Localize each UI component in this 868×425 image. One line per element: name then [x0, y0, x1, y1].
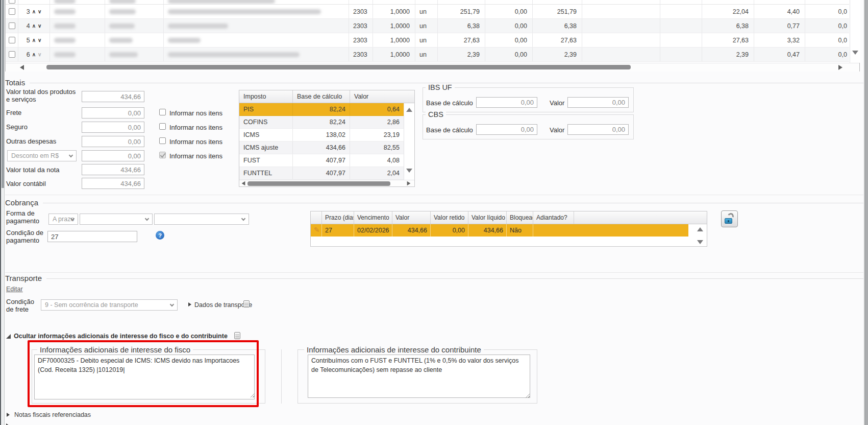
ocultar-adicionais-toggle[interactable]: Ocultar informações adicionais de intere… [14, 333, 228, 340]
scrollbar-thumb[interactable] [46, 65, 631, 69]
contribuinte-textarea[interactable]: Contribuímos com o FUST e FUNTTEL (1% e … [308, 355, 530, 398]
imposto-row[interactable]: FUST 407,97 4,08 [239, 154, 414, 167]
collapse-icon[interactable] [6, 334, 11, 339]
table-row[interactable]: 3∧∨ 2303 1,0000 un 251,79 0,00 251,79 22… [6, 5, 849, 19]
informar-itens-checkbox[interactable] [159, 109, 166, 115]
cell-base: 434,66 [293, 141, 350, 154]
left-scrollbar-thumb[interactable] [2, 0, 4, 188]
impostos-vertical-scrollbar[interactable] [404, 103, 414, 180]
cell-valor: 0,0 [805, 5, 849, 18]
items-vertical-scrollbar[interactable] [850, 0, 860, 63]
move-up-icon[interactable]: ∧ [32, 38, 36, 43]
notas-referenciadas-toggle[interactable]: Notas fiscais referenciadas [14, 411, 91, 418]
impostos-horizontal-scrollbar[interactable] [239, 180, 414, 186]
cbs-base-input[interactable] [476, 124, 537, 135]
row-checkbox[interactable] [9, 8, 15, 15]
imposto-row[interactable]: ICMS ajuste 434,66 82,55 [239, 141, 414, 154]
column-header[interactable]: Imposto [239, 90, 293, 103]
cell-valor: 251,79 [438, 5, 485, 18]
content-right-edge [863, 0, 864, 425]
move-up-icon[interactable]: ∧ [32, 23, 36, 29]
forma-pagamento-select[interactable]: A prazo [48, 214, 78, 225]
cell-valor: 251,79 [533, 5, 582, 18]
valor-total-nota-input[interactable] [82, 164, 144, 175]
ibs-base-input[interactable] [476, 97, 537, 108]
frete-input[interactable] [82, 107, 144, 119]
scroll-up-icon[interactable] [697, 227, 703, 231]
imposto-row[interactable]: ICMS 138,02 23,19 [239, 129, 414, 141]
form-icon[interactable] [234, 332, 240, 339]
field-label: Valor [550, 99, 564, 107]
condicao-pagamento-input[interactable] [47, 231, 137, 242]
forma-pagamento-select-2[interactable] [80, 214, 153, 225]
table-row[interactable]: 5∧∨ 2303 1,0000 un 27,63 0,00 27,63 27,6… [6, 33, 849, 48]
parcela-row-selected[interactable]: ✎ 27 02/02/2026 434,66 0,00 434,66 Não [311, 224, 688, 237]
unlock-button[interactable] [721, 210, 738, 227]
desconto-input[interactable] [82, 150, 144, 161]
window-vertical-scrollbar[interactable] [864, 0, 868, 425]
column-header[interactable]: Adiantado? [533, 211, 574, 224]
imposto-row[interactable]: COFINS 82,24 2,86 [239, 116, 414, 129]
scrollbar-thumb[interactable] [247, 181, 390, 186]
desconto-select[interactable]: Desconto em R$ [7, 150, 77, 161]
form-icon[interactable] [243, 300, 250, 308]
move-up-icon[interactable]: ∧ [32, 52, 36, 57]
column-header[interactable]: Valor retido [431, 211, 468, 224]
ibs-valor-input[interactable] [567, 97, 629, 108]
help-icon[interactable]: ? [156, 231, 164, 240]
informar-itens-checkbox[interactable] [159, 123, 166, 130]
scroll-down-icon[interactable] [406, 169, 412, 173]
cbs-valor-input[interactable] [567, 124, 629, 135]
chevron-down-icon [170, 302, 174, 306]
valor-contabil-input[interactable] [82, 178, 144, 189]
column-header[interactable]: Vencimento [354, 211, 392, 224]
imposto-row[interactable]: FUNTTEL 407,97 2,04 [239, 167, 414, 180]
row-checkbox[interactable] [9, 0, 15, 4]
items-horizontal-scrollbar[interactable] [6, 63, 859, 72]
cell-adiantado [533, 224, 574, 237]
move-down-icon[interactable]: ∨ [38, 38, 41, 43]
cell-valor: 2,04 [350, 167, 404, 179]
informar-itens-checkbox[interactable] [159, 152, 166, 158]
seguro-input[interactable] [82, 122, 144, 133]
cell-valor: 23,19 [350, 129, 404, 141]
informar-itens-checkbox[interactable] [159, 137, 166, 144]
move-down-icon[interactable]: ∨ [38, 9, 41, 14]
transporte-divider [5, 278, 863, 279]
valor-total-produtos-input[interactable] [82, 91, 144, 102]
move-up-icon[interactable]: ∧ [32, 9, 36, 14]
forma-pagamento-select-3[interactable] [154, 214, 249, 225]
editar-link[interactable]: Editar [6, 286, 23, 293]
scroll-left-icon[interactable] [242, 181, 245, 186]
scroll-right-icon[interactable] [838, 65, 842, 70]
cell-valor: 27,63 [533, 33, 582, 47]
column-header[interactable]: Prazo (dias) [322, 211, 354, 224]
cell-imposto: ICMS ajuste [239, 141, 293, 154]
column-header[interactable]: Valor [350, 90, 404, 103]
edit-pencil-icon[interactable]: ✎ [314, 226, 320, 234]
expand-right-icon[interactable] [7, 413, 10, 417]
column-header[interactable]: Valor líquido [468, 211, 507, 224]
table-row[interactable]: 4∧∨ 2303 1,0000 un 6,38 0,00 6,38 6,38 0… [6, 19, 849, 33]
row-checkbox[interactable] [9, 51, 15, 58]
imposto-row-selected[interactable]: PIS 82,24 0,64 [239, 103, 414, 116]
table-row[interactable]: 6∧∨ 2303 1,0000 un 2,39 0,00 2,39 2,39 0… [6, 48, 849, 62]
expand-right-icon[interactable] [188, 302, 191, 306]
cell-valor: 0,00 [485, 19, 533, 33]
redacted-text [54, 38, 76, 43]
scroll-left-icon[interactable] [20, 65, 24, 70]
condicao-frete-select[interactable]: 9 - Sem ocorrência de transporte [41, 299, 178, 311]
column-header[interactable]: Base de cálculo [293, 90, 350, 103]
fisco-textarea[interactable]: DF70000325 - Debito especial de ICMS: IC… [34, 355, 255, 399]
scroll-down-icon[interactable] [697, 240, 703, 244]
row-checkbox[interactable] [9, 37, 15, 43]
row-checkbox[interactable] [9, 22, 15, 29]
column-header[interactable]: Bloqueado [507, 211, 533, 224]
outras-despesas-input[interactable] [82, 136, 144, 147]
move-down-icon[interactable]: ∨ [38, 52, 41, 57]
scroll-right-icon[interactable] [407, 181, 411, 186]
scroll-down-icon[interactable] [852, 51, 858, 55]
column-header[interactable]: Valor [392, 211, 431, 224]
move-down-icon[interactable]: ∨ [38, 23, 41, 29]
scroll-up-icon[interactable] [406, 108, 412, 112]
